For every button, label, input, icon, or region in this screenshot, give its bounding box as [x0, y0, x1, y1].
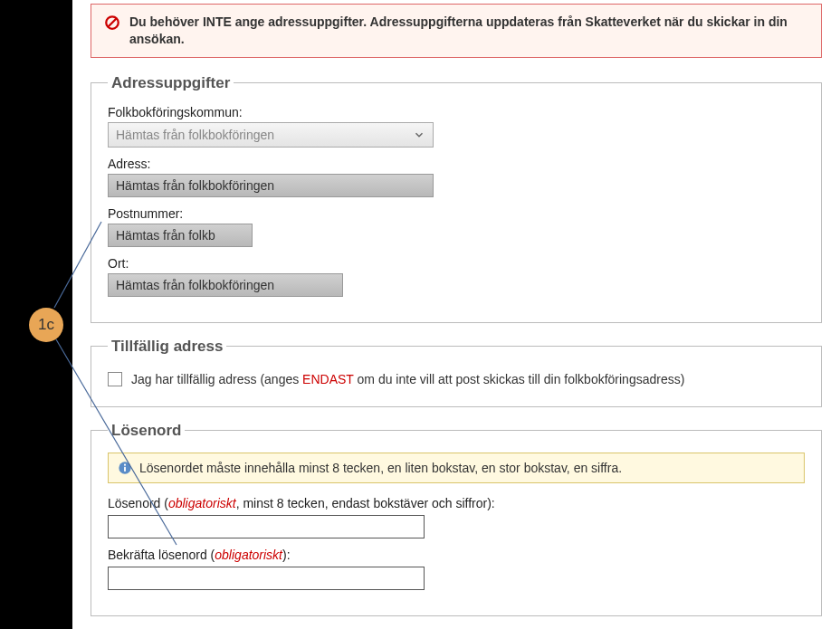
- temp-check-mid: ENDAST: [302, 372, 354, 386]
- postnummer-value: Hämtas från folkb: [116, 228, 215, 243]
- temp-checkbox[interactable]: [108, 372, 122, 386]
- password-label: Lösenord (obligatoriskt, minst 8 tecken,…: [108, 496, 805, 510]
- warning-alert: Du behöver INTE ange adressuppgifter. Ad…: [91, 4, 822, 58]
- alert-text: Du behöver INTE ange adressuppgifter. Ad…: [129, 14, 808, 48]
- adress-label: Adress:: [108, 157, 805, 171]
- kommun-label: Folkbokföringskommun:: [108, 105, 805, 119]
- address-fieldset: Adressuppgifter Folkbokföringskommun: Hä…: [91, 74, 822, 323]
- password-legend: Lösenord: [108, 422, 185, 440]
- pw-pre: Lösenord (: [108, 496, 168, 510]
- field-ort: Ort: Hämtas från folkbokföringen: [108, 256, 805, 297]
- pw-obl: obligatoriskt: [168, 496, 236, 510]
- postnummer-label: Postnummer:: [108, 206, 805, 221]
- prohibit-icon: [104, 14, 120, 31]
- confirm-password-input[interactable]: [108, 567, 425, 590]
- conf-obl: obligatoriskt: [215, 548, 282, 562]
- kommun-select[interactable]: Hämtas från folkbokföringen: [108, 122, 434, 148]
- main-content: Du behöver INTE ange adressuppgifter. Ad…: [72, 0, 840, 629]
- chevron-down-icon: [413, 129, 425, 141]
- password-info-text: Lösenordet måste innehålla minst 8 tecke…: [139, 461, 622, 475]
- adress-input: Hämtas från folkbokföringen: [108, 174, 434, 197]
- ort-value: Hämtas från folkbokföringen: [116, 278, 274, 292]
- password-fieldset: Lösenord Lösenordet måste innehålla mins…: [91, 422, 822, 616]
- ort-label: Ort:: [108, 256, 805, 271]
- temp-check-row: Jag har tillfällig adress (anges ENDAST …: [108, 368, 805, 390]
- temp-address-fieldset: Tillfällig adress Jag har tillfällig adr…: [91, 338, 822, 407]
- conf-pre: Bekräfta lösenord (: [108, 548, 215, 562]
- svg-line-3: [109, 19, 117, 27]
- temp-legend: Tillfällig adress: [108, 338, 226, 356]
- field-confirm-password: Bekräfta lösenord (obligatoriskt):: [108, 548, 805, 590]
- pw-post: , minst 8 tecken, endast bokstäver och s…: [236, 496, 495, 510]
- svg-rect-6: [124, 466, 126, 471]
- left-margin: 1c: [0, 0, 72, 629]
- annotation-badge: 1c: [29, 308, 63, 342]
- temp-check-pre: Jag har tillfällig adress (anges: [131, 372, 302, 386]
- password-input[interactable]: [108, 515, 425, 538]
- temp-check-label: Jag har tillfällig adress (anges ENDAST …: [131, 372, 684, 386]
- kommun-value: Hämtas från folkbokföringen: [116, 128, 274, 142]
- conf-post: ):: [282, 548, 291, 562]
- temp-check-post: om du inte vill att post skickas till di…: [358, 372, 685, 386]
- field-postnummer: Postnummer: Hämtas från folkb: [108, 206, 805, 247]
- confirm-label: Bekräfta lösenord (obligatoriskt):: [108, 548, 805, 562]
- annotation-label: 1c: [38, 316, 54, 334]
- address-legend: Adressuppgifter: [108, 74, 234, 92]
- field-password: Lösenord (obligatoriskt, minst 8 tecken,…: [108, 496, 805, 538]
- password-info: Lösenordet måste innehålla minst 8 tecke…: [108, 453, 805, 483]
- ort-input: Hämtas från folkbokföringen: [108, 273, 343, 297]
- adress-value: Hämtas från folkbokföringen: [116, 178, 274, 193]
- postnummer-input: Hämtas från folkb: [108, 224, 253, 247]
- field-kommun: Folkbokföringskommun: Hämtas från folkbo…: [108, 105, 805, 148]
- info-icon: [118, 461, 132, 475]
- field-adress: Adress: Hämtas från folkbokföringen: [108, 157, 805, 197]
- svg-point-5: [124, 463, 126, 465]
